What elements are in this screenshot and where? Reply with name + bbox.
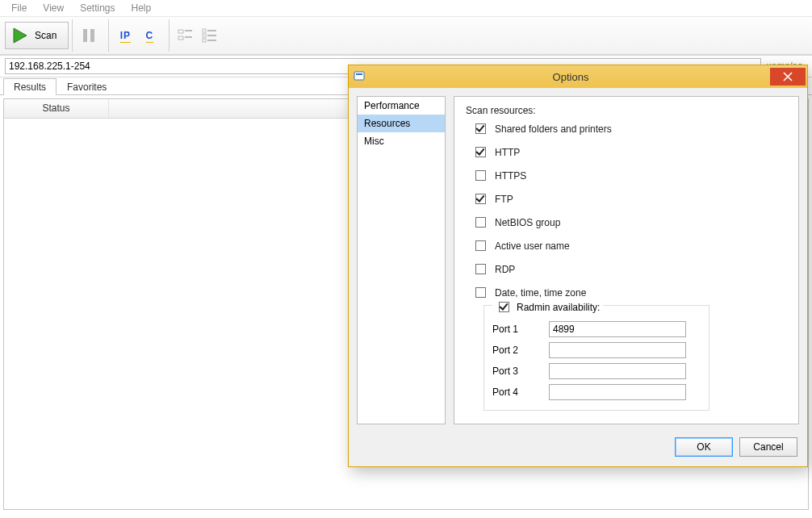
c-icon: C (146, 30, 154, 41)
expand-icon (178, 28, 194, 43)
dialog-buttons: OK Cancel (349, 432, 807, 466)
check-radmin-label: Radmin availability: (517, 302, 600, 313)
svg-rect-2 (90, 29, 94, 42)
ip-icon: IP (120, 30, 131, 41)
toolbar-ipc-group: IP C (108, 19, 165, 52)
menu-help[interactable]: Help (123, 1, 160, 15)
category-performance[interactable]: Performance (358, 97, 445, 115)
radmin-group: Radmin availability: Port 1 Port 2 Port … (483, 305, 709, 411)
check-radmin-row[interactable]: Radmin availability: (492, 299, 603, 315)
svg-rect-3 (178, 30, 183, 33)
svg-rect-4 (185, 30, 192, 31)
svg-rect-10 (207, 35, 216, 36)
menu-settings[interactable]: Settings (72, 1, 123, 15)
pause-icon (82, 27, 96, 44)
toolbar-view-group (169, 19, 226, 52)
ok-button[interactable]: OK (675, 437, 733, 457)
port4-input[interactable] (549, 384, 686, 400)
dialog-close-button[interactable] (770, 68, 806, 86)
check-http-label: HTTP (495, 147, 520, 158)
port4-label: Port 4 (492, 386, 541, 398)
radmin-ports: Port 1 Port 2 Port 3 Port 4 (492, 321, 701, 400)
check-http[interactable] (475, 147, 486, 157)
dialog-titlebar[interactable]: Options (349, 65, 807, 88)
tab-favorites[interactable]: Favorites (57, 78, 117, 95)
check-datetime-label: Date, time, time zone (495, 287, 586, 299)
scan-button-label: Scan (35, 30, 57, 41)
expand-button[interactable] (174, 22, 197, 49)
toolbar-pause-group (72, 19, 105, 52)
svg-rect-14 (356, 73, 362, 75)
dialog-icon (349, 70, 371, 83)
check-username[interactable] (475, 240, 486, 251)
svg-rect-12 (207, 40, 216, 41)
port1-label: Port 1 (492, 324, 541, 335)
menu-file[interactable]: File (3, 1, 35, 15)
svg-rect-11 (203, 39, 206, 42)
check-rdp[interactable] (475, 264, 486, 274)
menu-view[interactable]: View (35, 1, 72, 15)
close-icon (783, 72, 793, 81)
check-shared[interactable] (475, 123, 486, 134)
port3-label: Port 3 (492, 366, 541, 377)
check-shared-row[interactable]: Shared folders and printers (472, 121, 787, 136)
check-https-label: HTTPS (495, 170, 526, 182)
menu-bar: File View Settings Help (0, 0, 812, 16)
svg-rect-13 (354, 72, 364, 80)
check-netbios-row[interactable]: NetBIOS group (472, 215, 787, 230)
check-radmin[interactable] (499, 302, 509, 312)
check-datetime[interactable] (475, 287, 486, 298)
port2-label: Port 2 (492, 345, 541, 356)
port3-input[interactable] (549, 363, 686, 379)
c-button[interactable]: C (138, 22, 161, 49)
cancel-button[interactable]: Cancel (739, 437, 797, 457)
check-https[interactable] (475, 170, 486, 181)
col-status[interactable]: Status (4, 99, 109, 118)
check-datetime-row[interactable]: Date, time, time zone (472, 285, 787, 300)
svg-rect-9 (203, 34, 206, 37)
resources-panel: Scan resources: Shared folders and print… (454, 96, 799, 424)
category-misc[interactable]: Misc (358, 132, 445, 150)
scan-resources-label: Scan resources: (466, 105, 787, 116)
check-netbios-label: NetBIOS group (495, 217, 560, 228)
check-netbios[interactable] (475, 217, 486, 228)
pause-button[interactable] (77, 22, 100, 49)
svg-rect-8 (207, 30, 216, 31)
check-rdp-label: RDP (495, 264, 515, 275)
svg-marker-0 (14, 28, 27, 43)
check-ftp[interactable] (475, 194, 486, 204)
check-rdp-row[interactable]: RDP (472, 261, 787, 277)
svg-rect-1 (83, 29, 87, 42)
scan-button[interactable]: Scan (5, 22, 69, 49)
category-resources[interactable]: Resources (358, 115, 445, 132)
collapse-icon (202, 28, 218, 43)
port2-input[interactable] (549, 342, 686, 358)
svg-rect-6 (185, 36, 192, 38)
play-icon (10, 26, 30, 45)
category-list: Performance Resources Misc (357, 96, 446, 424)
app-icon (354, 70, 366, 83)
check-username-row[interactable]: Active user name (472, 238, 787, 253)
check-shared-label: Shared folders and printers (495, 123, 612, 135)
dialog-title: Options (371, 71, 770, 83)
collapse-button[interactable] (199, 22, 221, 49)
dialog-body: Performance Resources Misc Scan resource… (349, 88, 807, 432)
check-ftp-label: FTP (495, 194, 513, 205)
svg-rect-5 (178, 36, 183, 40)
options-dialog: Options Performance Resources Misc Scan … (348, 65, 808, 467)
check-ftp-row[interactable]: FTP (472, 191, 787, 207)
tab-results[interactable]: Results (3, 78, 57, 95)
svg-rect-7 (203, 29, 206, 32)
check-https-row[interactable]: HTTPS (472, 168, 787, 183)
check-username-label: Active user name (495, 240, 570, 252)
ip-button[interactable]: IP (114, 22, 136, 49)
check-http-row[interactable]: HTTP (472, 144, 787, 160)
port1-input[interactable] (549, 321, 686, 337)
toolbar: Scan IP C (0, 16, 812, 55)
